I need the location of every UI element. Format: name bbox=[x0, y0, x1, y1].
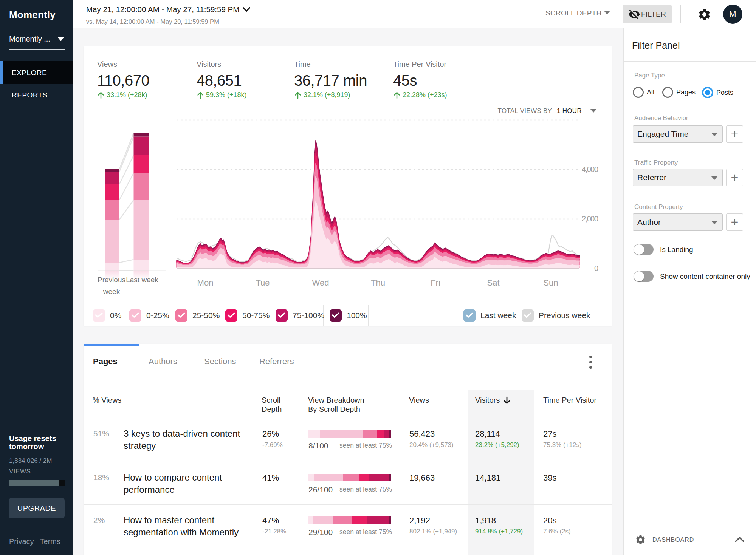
svg-text:Last week: Last week bbox=[126, 276, 158, 284]
svg-text:Thu: Thu bbox=[371, 278, 385, 288]
svg-text:Tue: Tue bbox=[256, 278, 270, 288]
svg-text:Fri: Fri bbox=[431, 278, 440, 288]
svg-text:Previous: Previous bbox=[98, 276, 125, 284]
svg-text:0: 0 bbox=[594, 264, 598, 272]
svg-text:week: week bbox=[103, 288, 120, 295]
svg-text:Mon: Mon bbox=[197, 278, 214, 288]
svg-text:2,000: 2,000 bbox=[582, 215, 598, 223]
svg-text:4,000: 4,000 bbox=[582, 165, 598, 173]
svg-text:Wed: Wed bbox=[312, 278, 329, 288]
svg-text:Sun: Sun bbox=[543, 278, 558, 288]
svg-text:Sat: Sat bbox=[487, 278, 499, 288]
